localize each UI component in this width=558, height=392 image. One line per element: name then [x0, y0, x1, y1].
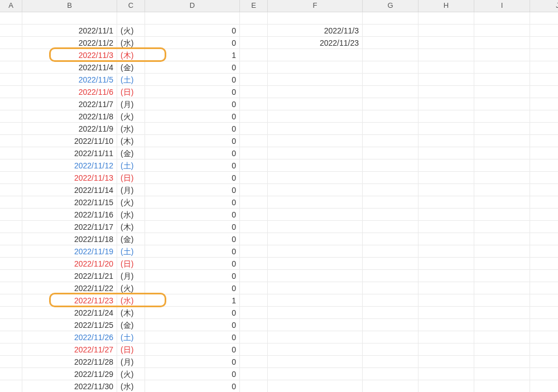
cell-empty[interactable] [530, 184, 558, 196]
cell-empty[interactable] [363, 184, 419, 196]
cell-empty[interactable] [268, 282, 363, 294]
cell-empty[interactable] [419, 356, 474, 368]
cell-empty[interactable] [268, 368, 363, 380]
cell-empty[interactable] [474, 184, 530, 196]
cell-empty[interactable] [240, 172, 268, 184]
cell-empty[interactable] [530, 221, 558, 233]
cell-empty[interactable] [419, 98, 474, 110]
cell-empty[interactable] [240, 368, 268, 380]
cell-empty[interactable] [474, 135, 530, 147]
cell-weekday[interactable]: (月) [117, 98, 145, 110]
cell-weekday[interactable]: (土) [117, 159, 145, 172]
cell-empty[interactable] [419, 172, 474, 184]
cell-empty[interactable] [268, 319, 363, 331]
cell-empty[interactable] [474, 258, 530, 270]
spreadsheet-grid[interactable]: ABCDEFGHIJ2022/11/1(火)02022/11/32022/11/… [0, 0, 558, 392]
cell-value-d[interactable]: 0 [145, 368, 240, 380]
column-header-J[interactable]: J [530, 0, 558, 12]
cell-empty[interactable] [0, 49, 22, 61]
cell-empty[interactable] [419, 110, 474, 123]
cell-empty[interactable] [363, 123, 419, 135]
cell-weekday[interactable]: (火) [117, 25, 145, 37]
cell-empty[interactable] [240, 159, 268, 172]
cell-empty[interactable] [474, 282, 530, 294]
cell-empty[interactable] [419, 209, 474, 221]
cell-weekday[interactable]: (月) [117, 184, 145, 196]
cell-empty[interactable] [0, 307, 22, 319]
cell-weekday[interactable]: (火) [117, 110, 145, 123]
cell-blank[interactable] [22, 12, 117, 25]
cell-blank[interactable] [117, 12, 145, 25]
cell-empty[interactable] [268, 74, 363, 86]
cell-value-f[interactable]: 2022/11/23 [268, 37, 363, 49]
cell-empty[interactable] [419, 258, 474, 270]
column-header-D[interactable]: D [145, 0, 240, 12]
cell-empty[interactable] [363, 368, 419, 380]
cell-date[interactable]: 2022/11/2 [22, 37, 117, 49]
cell-blank[interactable] [268, 12, 363, 25]
cell-date[interactable]: 2022/11/5 [22, 74, 117, 86]
cell-empty[interactable] [268, 172, 363, 184]
cell-value-d[interactable]: 0 [145, 307, 240, 319]
cell-value-f[interactable]: 2022/11/3 [268, 25, 363, 37]
cell-empty[interactable] [0, 123, 22, 135]
cell-empty[interactable] [419, 282, 474, 294]
cell-date[interactable]: 2022/11/18 [22, 233, 117, 245]
cell-empty[interactable] [268, 184, 363, 196]
cell-date[interactable]: 2022/11/26 [22, 331, 117, 343]
cell-empty[interactable] [530, 159, 558, 172]
cell-value-d[interactable]: 0 [145, 110, 240, 123]
cell-empty[interactable] [530, 270, 558, 282]
cell-empty[interactable] [0, 147, 22, 159]
cell-empty[interactable] [0, 221, 22, 233]
cell-empty[interactable] [0, 37, 22, 49]
cell-value-d[interactable]: 0 [145, 147, 240, 159]
cell-value-d[interactable]: 0 [145, 331, 240, 343]
cell-weekday[interactable]: (日) [117, 343, 145, 356]
column-header-F[interactable]: F [268, 0, 363, 12]
cell-empty[interactable] [240, 123, 268, 135]
cell-blank[interactable] [240, 12, 268, 25]
cell-empty[interactable] [419, 49, 474, 61]
cell-empty[interactable] [0, 172, 22, 184]
cell-empty[interactable] [419, 25, 474, 37]
cell-empty[interactable] [530, 25, 558, 37]
cell-empty[interactable] [419, 196, 474, 209]
cell-empty[interactable] [240, 343, 268, 356]
cell-weekday[interactable]: (月) [117, 270, 145, 282]
cell-empty[interactable] [0, 209, 22, 221]
cell-empty[interactable] [268, 331, 363, 343]
cell-empty[interactable] [268, 49, 363, 61]
cell-value-d[interactable]: 0 [145, 37, 240, 49]
cell-empty[interactable] [419, 233, 474, 245]
cell-empty[interactable] [474, 98, 530, 110]
cell-empty[interactable] [363, 86, 419, 98]
cell-empty[interactable] [530, 319, 558, 331]
cell-weekday[interactable]: (木) [117, 49, 145, 61]
cell-empty[interactable] [530, 356, 558, 368]
cell-empty[interactable] [363, 331, 419, 343]
cell-empty[interactable] [530, 282, 558, 294]
cell-empty[interactable] [268, 307, 363, 319]
cell-empty[interactable] [363, 49, 419, 61]
cell-empty[interactable] [363, 135, 419, 147]
cell-empty[interactable] [419, 319, 474, 331]
cell-empty[interactable] [530, 49, 558, 61]
cell-empty[interactable] [474, 380, 530, 392]
cell-value-d[interactable]: 0 [145, 356, 240, 368]
cell-date[interactable]: 2022/11/29 [22, 368, 117, 380]
cell-empty[interactable] [474, 331, 530, 343]
cell-empty[interactable] [530, 196, 558, 209]
cell-empty[interactable] [363, 356, 419, 368]
cell-empty[interactable] [0, 233, 22, 245]
column-header-H[interactable]: H [419, 0, 474, 12]
cell-date[interactable]: 2022/11/13 [22, 172, 117, 184]
cell-date[interactable]: 2022/11/10 [22, 135, 117, 147]
cell-empty[interactable] [240, 98, 268, 110]
cell-empty[interactable] [363, 233, 419, 245]
cell-empty[interactable] [530, 98, 558, 110]
cell-date[interactable]: 2022/11/19 [22, 245, 117, 258]
cell-date[interactable]: 2022/11/11 [22, 147, 117, 159]
cell-empty[interactable] [268, 86, 363, 98]
cell-empty[interactable] [530, 233, 558, 245]
